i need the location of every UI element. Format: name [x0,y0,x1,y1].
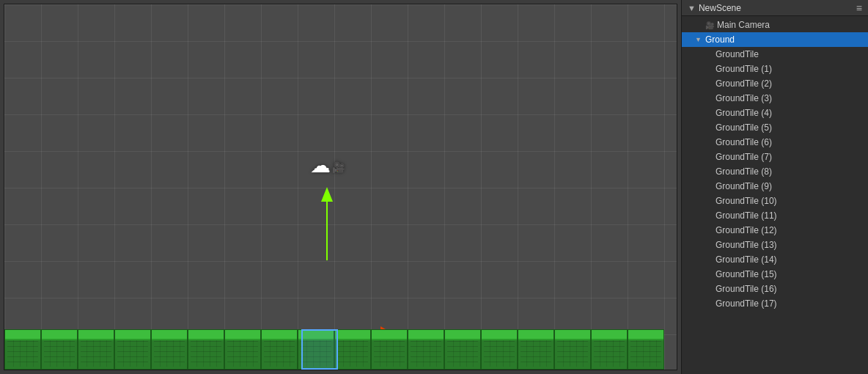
gizmo-line [326,202,328,260]
hierarchy-title-row: ▼ NewScene [688,3,741,13]
ground-tile-4[interactable] [151,329,188,370]
item-label: GroundTile (3) [716,93,772,103]
ground-tile-1[interactable] [41,329,78,370]
hierarchy-scene-icon: ▼ [688,4,696,12]
hierarchy-item-groundtile-14[interactable]: GroundTile (14) [682,252,868,267]
ground-tile-9[interactable] [334,329,371,370]
red-arrow [354,325,383,327]
hierarchy-item-main-camera[interactable]: 🎥Main Camera [682,18,868,32]
hierarchy-item-ground[interactable]: ▼Ground [682,32,868,47]
ground-tile-12[interactable] [444,329,481,370]
item-label: GroundTile (17) [716,298,777,309]
transform-gizmo [321,187,333,260]
item-label: GroundTile (12) [716,225,777,235]
hierarchy-item-groundtile-1[interactable]: GroundTile (1) [682,62,868,76]
hierarchy-item-groundtile-9[interactable]: GroundTile (9) [682,179,868,194]
item-label: GroundTile (15) [716,269,777,279]
item-label: GroundTile (1) [716,64,772,74]
ground-tile-2[interactable] [78,329,114,370]
hierarchy-item-groundtile-8[interactable]: GroundTile (8) [682,164,868,179]
ground-tile-14[interactable] [518,329,554,370]
ground-tile-5[interactable] [188,329,224,370]
item-label: GroundTile [716,49,759,59]
hierarchy-item-groundtile-3[interactable]: GroundTile (3) [682,91,868,106]
item-label: GroundTile (7) [716,152,772,162]
hierarchy-item-groundtile-0[interactable]: GroundTile [682,47,868,62]
item-label: GroundTile (2) [716,78,772,89]
gizmo-arrow-head [321,187,333,202]
hierarchy-item-groundtile-7[interactable]: GroundTile (7) [682,150,868,164]
ground-tile-16[interactable] [591,329,628,370]
ground-tile-10[interactable] [371,329,408,370]
hierarchy-item-groundtile-17[interactable]: GroundTile (17) [682,296,868,311]
ground-tile-17[interactable] [628,329,664,370]
hierarchy-item-groundtile-2[interactable]: GroundTile (2) [682,76,868,91]
ground-strip [4,329,677,370]
item-label: GroundTile (9) [716,181,772,191]
scene-canvas[interactable]: ☁🎥 [4,4,677,370]
camera-icon: ☁🎥 [310,153,345,177]
hierarchy-menu-button[interactable]: ≡ [856,3,862,13]
item-label: Ground [705,34,735,45]
hierarchy-header: ▼ NewScene ≡ [682,0,868,16]
item-label: GroundTile (4) [716,108,772,118]
ground-tile-8[interactable] [298,329,334,370]
item-label: GroundTile (16) [716,284,777,294]
item-label: GroundTile (5) [716,122,772,133]
item-label: GroundTile (6) [716,137,772,147]
hierarchy-item-groundtile-16[interactable]: GroundTile (16) [682,282,868,296]
hierarchy-item-groundtile-13[interactable]: GroundTile (13) [682,238,868,252]
ground-tile-11[interactable] [408,329,444,370]
item-label: GroundTile (14) [716,254,777,265]
ground-tile-0[interactable] [4,329,41,370]
ground-tile-6[interactable] [224,329,261,370]
item-label: GroundTile (10) [716,196,777,206]
ground-tile-3[interactable] [114,329,151,370]
hierarchy-item-groundtile-6[interactable]: GroundTile (6) [682,135,868,150]
hierarchy-item-groundtile-11[interactable]: GroundTile (11) [682,208,868,223]
ground-tile-7[interactable] [261,329,298,370]
item-label: GroundTile (11) [716,210,777,221]
hierarchy-item-groundtile-15[interactable]: GroundTile (15) [682,267,868,282]
hierarchy-item-groundtile-12[interactable]: GroundTile (12) [682,223,868,238]
item-icon: 🎥 [705,21,714,29]
expand-arrow: ▼ [695,36,704,43]
item-label: Main Camera [717,20,770,30]
hierarchy-item-groundtile-4[interactable]: GroundTile (4) [682,106,868,120]
hierarchy-item-groundtile-10[interactable]: GroundTile (10) [682,194,868,208]
ground-tile-15[interactable] [554,329,591,370]
item-label: GroundTile (8) [716,166,772,177]
ground-tile-13[interactable] [481,329,518,370]
item-label: GroundTile (13) [716,240,777,250]
hierarchy-scene-name: NewScene [699,3,741,13]
hierarchy-list[interactable]: 🎥Main Camera▼GroundGroundTileGroundTile … [682,16,868,374]
hierarchy-panel: ▼ NewScene ≡ 🎥Main Camera▼GroundGroundTi… [681,0,868,374]
hierarchy-item-groundtile-5[interactable]: GroundTile (5) [682,120,868,135]
scene-view: ☁🎥 [0,0,681,374]
